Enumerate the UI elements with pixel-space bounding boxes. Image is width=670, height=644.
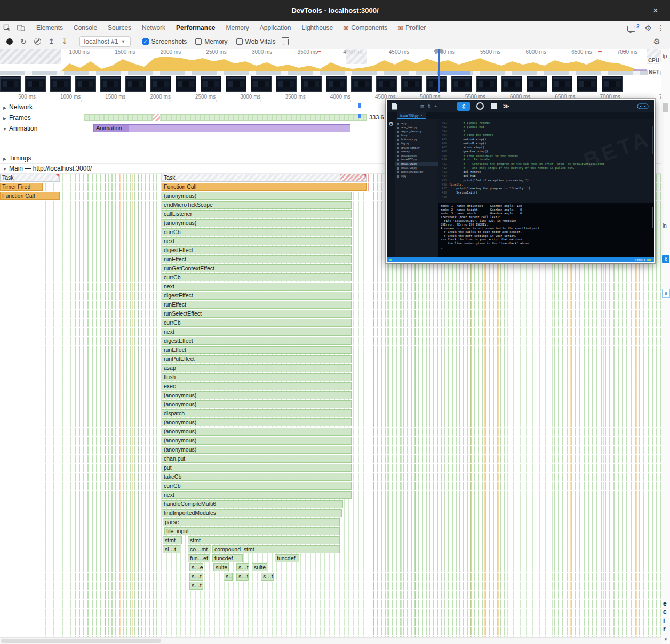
flame-bar[interactable]: currCb — [162, 482, 352, 490]
tab-elements[interactable]: Elements — [31, 22, 68, 34]
checkbox-screenshots[interactable]: ✓Screenshots — [142, 38, 187, 45]
save-profile-icon[interactable]: ↧ — [62, 37, 68, 45]
filmstrip-thumbnail[interactable] — [501, 76, 522, 92]
scrollbar-thumb[interactable] — [663, 103, 668, 112]
load-profile-icon[interactable]: ↥ — [49, 37, 54, 45]
filmstrip-thumbnail[interactable] — [0, 76, 21, 92]
vertical-scrollbar[interactable]: tp in e ecir ▼ — [661, 49, 670, 644]
flame-bar[interactable]: (anonymous) — [162, 446, 352, 454]
flame-bar[interactable]: asap — [162, 364, 352, 372]
flame-bar[interactable]: suite — [252, 564, 267, 571]
flame-bar[interactable]: next — [162, 328, 352, 336]
flame-bar[interactable]: Timer Fired — [0, 183, 43, 191]
tab-components[interactable]: Components — [338, 22, 393, 34]
flame-bar[interactable]: runGetContextEffect — [162, 264, 352, 272]
flame-bar[interactable]: runPutEffect — [162, 355, 352, 363]
filmstrip-thumbnail[interactable] — [226, 76, 246, 92]
filmstrip-thumbnail[interactable] — [276, 76, 297, 92]
flame-bar[interactable]: takeCb — [162, 473, 352, 481]
tab-lighthouse[interactable]: Lighthouse — [297, 22, 339, 34]
flame-bar[interactable]: flush — [162, 373, 352, 381]
flame-bar[interactable]: compound_stmt — [212, 545, 340, 553]
flame-bar[interactable]: currCb — [162, 319, 352, 327]
flame-bar[interactable]: digestEffect — [162, 337, 352, 345]
record-button[interactable] — [6, 38, 13, 45]
recording-target-select[interactable]: localhost #1 ▼ — [79, 36, 131, 47]
filmstrip-thumbnail[interactable] — [602, 76, 623, 92]
filmstrip-thumbnail[interactable] — [301, 76, 322, 92]
flame-bar[interactable]: s…t — [189, 573, 203, 581]
clear-recording-icon[interactable] — [34, 38, 41, 45]
flame-bar[interactable]: funcdef — [275, 554, 299, 562]
flame-bar[interactable]: put — [162, 464, 352, 472]
filmstrip-thumbnail[interactable] — [577, 76, 597, 92]
filmstrip-thumbnail[interactable] — [351, 76, 372, 92]
flame-bar[interactable]: file_input — [164, 527, 340, 535]
flame-bar[interactable]: runEffect — [162, 346, 352, 354]
flame-bar[interactable]: endMicroTickScope — [162, 201, 352, 209]
flame-bar[interactable]: s…t — [236, 564, 249, 571]
flame-bar[interactable]: findImportedModules — [162, 509, 342, 517]
reload-and-record-icon[interactable]: ↻ — [20, 37, 27, 46]
flame-bar[interactable]: fun…ef — [188, 554, 210, 562]
filmstrip-thumbnail[interactable] — [376, 76, 397, 92]
flame-bar[interactable]: next — [162, 283, 352, 291]
filmstrip-thumbnail[interactable] — [552, 76, 572, 92]
filmstrip-thumbnail[interactable] — [25, 76, 46, 92]
filmstrip-thumbnail[interactable] — [326, 76, 347, 92]
flame-bar[interactable]: s…t — [261, 573, 274, 581]
tab-console[interactable]: Console — [68, 22, 102, 34]
tab-network[interactable]: Network — [137, 22, 171, 34]
filmstrip-thumbnail[interactable] — [50, 76, 71, 92]
flame-bar[interactable]: s… — [224, 573, 233, 581]
flame-bar[interactable]: stmt — [188, 536, 340, 544]
devtools-settings-gear-icon[interactable]: ⚙ — [645, 22, 652, 34]
scroll-down-arrow-icon[interactable]: ▼ — [661, 637, 670, 642]
flame-bar[interactable]: (anonymous) — [162, 437, 352, 445]
tab-profiler[interactable]: Profiler — [393, 22, 431, 34]
device-toolbar-icon[interactable] — [14, 22, 28, 34]
flame-bar[interactable]: (anonymous) — [162, 391, 352, 399]
filmstrip-thumbnail[interactable] — [201, 76, 221, 92]
flame-bar[interactable]: parse — [163, 518, 340, 526]
flame-bar[interactable]: (anonymous) — [162, 219, 352, 227]
inspect-element-icon[interactable] — [0, 22, 14, 34]
flame-bar[interactable]: (anonymous) — [162, 400, 352, 408]
capture-settings-gear-icon[interactable]: ⚙ — [653, 37, 660, 46]
flame-bar[interactable]: (anonymous) — [162, 428, 352, 436]
more-options-kebab-icon[interactable]: ⋮ — [657, 22, 665, 34]
cpu-activity-chart[interactable] — [0, 56, 661, 71]
flame-bar[interactable]: (anonymous) — [162, 192, 352, 200]
filmstrip-thumbnail[interactable] — [125, 76, 146, 92]
tab-sources[interactable]: Sources — [102, 22, 137, 34]
trash-icon[interactable] — [283, 39, 289, 45]
filmstrip-thumbnail[interactable] — [527, 76, 547, 92]
flame-bar[interactable]: funcdef — [212, 554, 243, 562]
filmstrip-thumbnail[interactable] — [451, 76, 472, 92]
filmstrip-thumbnail[interactable] — [476, 76, 497, 92]
filmstrip-thumbnail[interactable] — [150, 76, 171, 92]
checkbox-memory[interactable]: Memory — [195, 38, 227, 45]
window-close-button[interactable]: × — [650, 5, 661, 17]
flame-bar[interactable]: runEffect — [162, 301, 352, 309]
horizontal-scrollbar[interactable] — [0, 637, 661, 644]
flame-bar[interactable]: Function Call — [0, 192, 60, 200]
flame-bar[interactable]: Task — [0, 174, 60, 182]
filmstrip-thumbnail[interactable] — [75, 76, 96, 92]
flame-bar[interactable]: chan.put — [162, 455, 352, 463]
flame-bar[interactable]: s…t — [189, 582, 203, 590]
flame-bar[interactable]: s…e — [189, 564, 203, 571]
filmstrip-thumbnail[interactable] — [401, 76, 422, 92]
flame-bar[interactable]: handleCompileMulti6 — [162, 500, 343, 508]
flame-bar[interactable]: currCb — [162, 273, 352, 281]
tab-application[interactable]: Application — [254, 22, 297, 34]
flame-bar[interactable]: digestEffect — [162, 292, 352, 300]
console-messages-indicator[interactable]: 2 — [627, 23, 640, 32]
flame-bar[interactable]: digestEffect — [162, 246, 352, 254]
filmstrip-thumbnail[interactable] — [426, 76, 447, 92]
timeline-overview[interactable]: 500 ms1000 ms1500 ms2000 ms2500 ms3000 m… — [0, 49, 661, 75]
flame-bar[interactable]: next — [162, 491, 352, 499]
flame-bar[interactable]: s…t — [236, 573, 249, 581]
flame-bar[interactable]: callListener — [162, 210, 352, 218]
flame-bar[interactable]: next — [162, 237, 352, 245]
